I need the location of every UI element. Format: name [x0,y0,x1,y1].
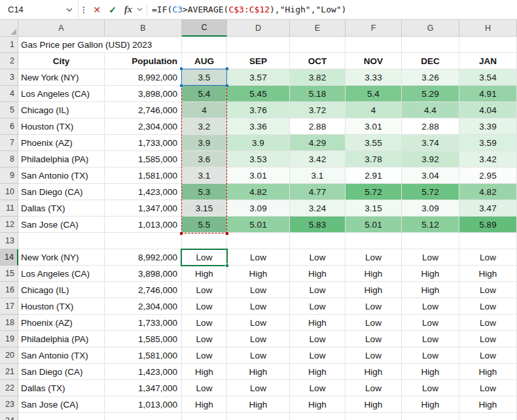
cell-G8[interactable]: 3.92 [402,151,459,167]
cell-B15[interactable]: 3,898,000 [105,266,182,282]
cell-H15[interactable]: High [459,266,517,282]
cell-D13[interactable] [227,233,290,249]
row-header-12[interactable]: 12 [0,217,18,233]
cell-C1[interactable] [182,37,227,53]
cell-H2[interactable]: JAN [459,53,517,69]
cell-A9[interactable]: San Antonio (TX) [18,167,105,184]
cell-E3[interactable]: 3.82 [290,69,346,86]
cell-G22[interactable]: Low [402,380,459,396]
cell-H9[interactable]: 2.95 [459,167,517,184]
cell-C22[interactable]: Low [182,380,227,396]
row-header-7[interactable]: 7 [0,135,18,151]
cell-B16[interactable]: 2,746,000 [105,282,182,298]
cell-F10[interactable]: 5.72 [346,184,402,200]
cell-A22[interactable]: Dallas (TX) [18,380,105,396]
cell-F5[interactable]: 4 [346,102,402,118]
cell-E16[interactable]: Low [290,282,346,298]
column-header-E[interactable]: E [290,20,346,37]
formula-input[interactable]: =IF(C3>AVERAGE(C$3:C$12),"High","Low") [152,0,517,19]
cell-H4[interactable]: 4.91 [459,86,517,102]
cell-G16[interactable]: High [402,282,459,298]
cell-A24[interactable] [18,413,105,420]
cell-C3[interactable]: 3.5 [182,69,227,86]
cell-A17[interactable]: Houston (TX) [18,298,105,315]
cell-F24[interactable] [346,413,402,420]
cell-B10[interactable]: 1,423,000 [105,184,182,200]
cell-G21[interactable]: High [402,364,459,380]
cell-G2[interactable]: DEC [402,53,459,69]
cell-H5[interactable]: 4.04 [459,102,517,118]
row-header-10[interactable]: 10 [0,184,18,200]
cell-H12[interactable]: 5.89 [459,217,517,233]
cell-D23[interactable]: High [227,396,290,413]
cell-F8[interactable]: 3.78 [346,151,402,167]
column-header-H[interactable]: H [459,20,517,37]
cell-E10[interactable]: 4.77 [290,184,346,200]
cell-C16[interactable]: Low [182,282,227,298]
cell-D17[interactable]: Low [227,298,290,315]
row-header-6[interactable]: 6 [0,118,18,135]
cell-F20[interactable]: Low [346,347,402,364]
row-header-1[interactable]: 1 [0,37,18,53]
cell-D12[interactable]: 5.01 [227,217,290,233]
cell-F14[interactable]: Low [346,249,402,266]
select-all-button[interactable] [0,20,18,37]
cell-F17[interactable]: Low [346,298,402,315]
cell-F6[interactable]: 3.01 [346,118,402,135]
formula-bar-dropdown-icon[interactable] [137,8,143,11]
cell-H24[interactable] [459,413,517,420]
cell-E12[interactable]: 5.83 [290,217,346,233]
row-header-2[interactable]: 2 [0,53,18,69]
cell-H8[interactable]: 3.42 [459,151,517,167]
cell-A10[interactable]: San Diego (CA) [18,184,105,200]
cell-C2[interactable]: AUG [182,53,227,69]
cell-D2[interactable]: SEP [227,53,290,69]
row-header-23[interactable]: 23 [0,396,18,413]
cell-A15[interactable]: Los Angeles (CA) [18,266,105,282]
cell-C8[interactable]: 3.6 [182,151,227,167]
cell-D5[interactable]: 3.76 [227,102,290,118]
cell-G18[interactable]: Low [402,315,459,331]
cell-E20[interactable]: Low [290,347,346,364]
row-header-9[interactable]: 9 [0,167,18,184]
cell-F13[interactable] [346,233,402,249]
cell-E4[interactable]: 5.18 [290,86,346,102]
cell-E18[interactable]: High [290,315,346,331]
cell-C24[interactable] [182,413,227,420]
row-header-24[interactable]: 24 [0,413,18,420]
cell-E9[interactable]: 3.1 [290,167,346,184]
cell-H6[interactable]: 3.39 [459,118,517,135]
cell-C13[interactable] [182,233,227,249]
cell-G20[interactable]: Low [402,347,459,364]
cell-C4[interactable]: 5.4 [182,86,227,102]
cell-G12[interactable]: 5.12 [402,217,459,233]
cell-H13[interactable] [459,233,517,249]
cell-A11[interactable]: Dallas (TX) [18,200,105,217]
cell-C20[interactable]: Low [182,347,227,364]
cell-F21[interactable]: High [346,364,402,380]
cell-C15[interactable]: High [182,266,227,282]
cell-F22[interactable]: Low [346,380,402,396]
column-header-G[interactable]: G [402,20,459,37]
cell-F19[interactable]: Low [346,331,402,347]
cell-E7[interactable]: 4.29 [290,135,346,151]
cell-C21[interactable]: High [182,364,227,380]
cell-A1[interactable]: Gas Price per Gallon (USD) 2023 [18,37,105,53]
cell-C10[interactable]: 5.3 [182,184,227,200]
cell-B7[interactable]: 1,733,000 [105,135,182,151]
cell-C14[interactable]: Low [182,249,227,266]
cell-B20[interactable]: 1,581,000 [105,347,182,364]
cell-H20[interactable]: Low [459,347,517,364]
cell-D24[interactable] [227,413,290,420]
cell-D4[interactable]: 5.45 [227,86,290,102]
cell-H18[interactable]: Low [459,315,517,331]
cell-H21[interactable]: High [459,364,517,380]
cell-G10[interactable]: 5.72 [402,184,459,200]
cell-G9[interactable]: 3.04 [402,167,459,184]
cell-D6[interactable]: 3.36 [227,118,290,135]
cell-E5[interactable]: 3.72 [290,102,346,118]
cell-F2[interactable]: NOV [346,53,402,69]
cell-C5[interactable]: 4 [182,102,227,118]
row-header-17[interactable]: 17 [0,298,18,315]
cell-H1[interactable] [459,37,517,53]
